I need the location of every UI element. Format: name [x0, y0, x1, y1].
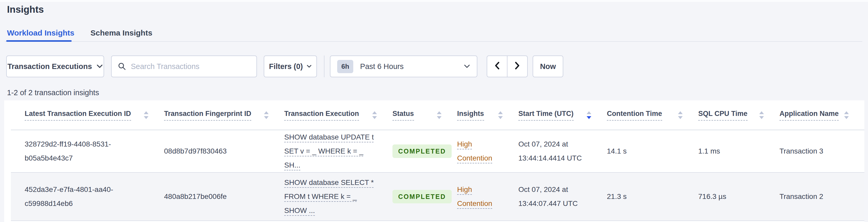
chevron-down-icon [97, 64, 103, 68]
status-badge: COMPLETED [393, 145, 452, 158]
chevron-left-icon [494, 61, 500, 71]
column-header-start-time[interactable]: Start Time (UTC) [518, 100, 607, 130]
tab-schema-insights[interactable]: Schema Insights [90, 29, 152, 37]
tab-workload-insights[interactable]: Workload Insights [7, 29, 74, 37]
sort-icon[interactable] [678, 111, 683, 119]
top-strip [0, 0, 868, 2]
execution-type-label: Transaction Executions [7, 62, 92, 71]
time-range-pager [487, 56, 528, 77]
time-range-dropdown[interactable]: 6h Past 6 Hours [330, 56, 477, 77]
cell-sql-cpu-time: 1.1 ms [698, 130, 779, 172]
column-header-insights[interactable]: Insights [457, 100, 518, 130]
cell-transaction-execution: SHOW database UPDATE t SET v = _ WHERE k… [284, 130, 393, 172]
transaction-insights-table: Latest Transaction Execution ID Transact… [11, 100, 864, 221]
column-header-contention-time[interactable]: Contention Time [607, 100, 698, 130]
column-header-latest-execution-id[interactable]: Latest Transaction Execution ID [11, 100, 164, 130]
search-input[interactable] [130, 62, 250, 71]
time-range-label: Past 6 Hours [360, 62, 404, 71]
sort-icon[interactable] [844, 111, 849, 119]
toolbar-divider [324, 56, 324, 77]
sort-icon[interactable] [437, 111, 441, 119]
toolbar: Transaction Executions Filters (0) 6h Pa… [6, 56, 563, 77]
cell-contention-time: 21.3 s [607, 172, 698, 221]
cell-application-name: Transaction 3 [779, 130, 864, 172]
now-button[interactable]: Now [533, 56, 563, 77]
chevron-down-icon [464, 64, 470, 68]
tab-divider-line [5, 41, 862, 42]
sort-icon[interactable] [372, 111, 377, 119]
cell-application-name: Transaction 2 [779, 172, 864, 221]
cell-insights: High Contention [457, 172, 518, 221]
table-row: 328729d2-ff19-4408-8531-b05a5b4e43c7 08d… [11, 130, 864, 172]
sort-icon[interactable] [759, 111, 764, 119]
search-box[interactable] [111, 56, 257, 77]
transaction-execution-link[interactable]: SHOW database UPDATE t SET v = _ WHERE k… [284, 130, 378, 172]
transaction-execution-link[interactable]: SHOW database SELECT * FROM t WHERE k = … [284, 176, 378, 218]
insights-table-card: Latest Transaction Execution ID Transact… [4, 100, 864, 222]
sort-icon-descending-active[interactable] [587, 111, 591, 119]
table-row: 452da3e7-e7fa-4801-aa40-c59988d14eb6 480… [11, 172, 864, 221]
execution-type-dropdown[interactable]: Transaction Executions [6, 56, 104, 77]
insight-link[interactable]: High Contention [457, 137, 502, 165]
cell-contention-time: 14.1 s [607, 130, 698, 172]
page-title: Insights [7, 4, 44, 15]
cell-start-time: Oct 07, 2024 at 13:44:07.447 UTC [518, 172, 607, 221]
chevron-down-icon [307, 65, 312, 68]
sort-icon[interactable] [264, 111, 269, 119]
column-header-transaction-execution[interactable]: Transaction Execution [284, 100, 393, 130]
cell-start-time: Oct 07, 2024 at 13:44:14.4414 UTC [518, 130, 607, 172]
cell-fingerprint-id: 08d8b7d97f830463 [164, 130, 284, 172]
cell-status: COMPLETED [393, 172, 457, 221]
sort-icon[interactable] [498, 111, 503, 119]
time-range-badge: 6h [337, 60, 353, 73]
column-header-status[interactable]: Status [393, 100, 457, 130]
cell-execution-id: 452da3e7-e7fa-4801-aa40-c59988d14eb6 [11, 172, 164, 221]
next-time-range-button[interactable] [507, 56, 527, 77]
now-button-label: Now [540, 62, 556, 71]
status-badge: COMPLETED [393, 190, 452, 203]
insights-page: { "page": { "title": "Insights" }, "tabs… [0, 0, 868, 222]
sort-icon[interactable] [144, 111, 149, 119]
cell-fingerprint-id: 480a8b217be006fe [164, 172, 284, 221]
cell-status: COMPLETED [393, 130, 457, 172]
cell-transaction-execution: SHOW database SELECT * FROM t WHERE k = … [284, 172, 393, 221]
chevron-right-icon [515, 61, 520, 71]
insight-link[interactable]: High Contention [457, 183, 502, 211]
cell-sql-cpu-time: 716.3 µs [698, 172, 779, 221]
column-header-sql-cpu-time[interactable]: SQL CPU Time [698, 100, 779, 130]
column-header-application-name[interactable]: Application Name [779, 100, 864, 130]
filters-dropdown[interactable]: Filters (0) [264, 56, 317, 77]
active-tab-underline [6, 40, 72, 42]
column-header-fingerprint-id[interactable]: Transaction Fingerprint ID [164, 100, 284, 130]
results-count: 1-2 of 2 transaction insights [7, 89, 99, 97]
cell-execution-id: 328729d2-ff19-4408-8531-b05a5b4e43c7 [11, 130, 164, 172]
filters-label: Filters (0) [269, 62, 303, 71]
cell-insights: High Contention [457, 130, 518, 172]
table-header: Latest Transaction Execution ID Transact… [11, 100, 864, 130]
previous-time-range-button[interactable] [487, 56, 507, 77]
tab-bar: Workload Insights Schema Insights [7, 29, 152, 37]
search-icon [118, 62, 126, 70]
